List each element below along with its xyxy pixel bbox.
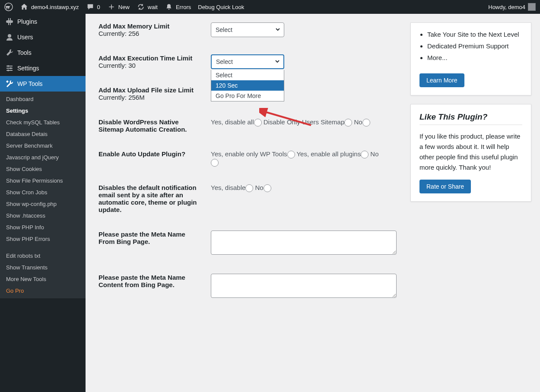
row-notify: Disables the default notification email … bbox=[98, 184, 402, 213]
sidebar-submenu: Dashboard Settings Check mySQL Tables Da… bbox=[0, 92, 86, 298]
textarea-metacontent[interactable] bbox=[211, 274, 397, 298]
radio-label: Yes, enable all plugins bbox=[296, 150, 361, 158]
radio-au-all[interactable] bbox=[361, 151, 368, 158]
sidebar-label: WP Tools bbox=[17, 80, 43, 87]
wp-logo[interactable] bbox=[4, 3, 13, 11]
users-icon bbox=[5, 33, 14, 41]
label-metacontent: Please paste the Meta Name Content from … bbox=[98, 274, 211, 300]
row-sitemap: Disable WordPress Native Sitemap Automat… bbox=[98, 118, 402, 133]
comment-icon bbox=[86, 3, 95, 11]
like-title: Like This Plugin? bbox=[419, 112, 522, 125]
sidebar-settings[interactable]: Settings bbox=[0, 60, 86, 76]
sub-cron[interactable]: Show Cron Jobs bbox=[0, 187, 86, 198]
radio-notify-yes[interactable] bbox=[245, 184, 253, 192]
label-exec: Add Max Execution Time Limit Currently: … bbox=[98, 54, 211, 69]
sub-phperrors[interactable]: Show PHP Errors bbox=[0, 233, 86, 245]
refresh-icon bbox=[137, 3, 145, 11]
label-autoupdate: Enable Auto Update Plugin? bbox=[98, 150, 211, 167]
label-notify: Disables the default notification email … bbox=[98, 184, 211, 213]
select-exec[interactable]: Select bbox=[211, 54, 284, 69]
sub-cookies[interactable]: Show Cookies bbox=[0, 163, 86, 175]
radio-label: Yes, disable all bbox=[211, 118, 254, 126]
admin-bar: demo4.instawp.xyz 0 New wait Errors bbox=[0, 0, 540, 14]
row-exec: Add Max Execution Time Limit Currently: … bbox=[98, 54, 402, 69]
bell-icon bbox=[165, 3, 173, 11]
sidebar-wptools[interactable]: WP Tools bbox=[0, 76, 86, 92]
avatar-icon bbox=[528, 3, 536, 11]
row-autoupdate: Enable Auto Update Plugin? Yes, enable o… bbox=[98, 150, 402, 167]
radio-label: No bbox=[255, 184, 264, 191]
radio-au-no[interactable] bbox=[211, 159, 219, 167]
wait-label: wait bbox=[148, 4, 158, 10]
premium-item: Take Your Site to the Next Level bbox=[427, 31, 522, 38]
select-memory[interactable]: Select bbox=[211, 22, 284, 37]
premium-item: Dedicated Premium Support bbox=[427, 42, 522, 50]
debug-label: Debug Quick Look bbox=[198, 4, 244, 10]
svg-point-1 bbox=[8, 34, 11, 38]
label-sitemap: Disable WordPress Native Sitemap Automat… bbox=[98, 118, 211, 133]
home-icon bbox=[20, 3, 29, 11]
sub-robots[interactable]: Edit robots txt bbox=[0, 250, 86, 262]
sidebar-users[interactable]: Users bbox=[0, 29, 86, 45]
row-metacontent: Please paste the Meta Name Content from … bbox=[98, 274, 402, 300]
textarea-metaname[interactable] bbox=[211, 231, 397, 255]
settings-form: Add Max Memory Limit Currently: 256 Sele… bbox=[98, 22, 402, 317]
radio-notify-no[interactable] bbox=[264, 184, 271, 192]
wordpress-icon bbox=[4, 3, 13, 11]
row-metaname: Please paste the Meta Name From Bing Pag… bbox=[98, 231, 402, 256]
wait-link[interactable]: wait bbox=[137, 3, 158, 11]
sidebar-label: Users bbox=[17, 34, 33, 41]
aside-panel: Take Your Site to the Next Level Dedicat… bbox=[410, 22, 531, 210]
radio-label: No bbox=[370, 150, 378, 158]
sub-dashboard[interactable]: Dashboard bbox=[0, 93, 86, 105]
sub-perms[interactable]: Show File Permissions bbox=[0, 175, 86, 187]
errors-link[interactable]: Errors bbox=[165, 3, 191, 11]
new-link[interactable]: New bbox=[107, 3, 130, 11]
howdy-link[interactable]: Howdy, demo4 bbox=[488, 3, 536, 11]
sub-benchmark[interactable]: Server Benchmark bbox=[0, 140, 86, 152]
like-text: If you like this product, please write a… bbox=[419, 131, 522, 173]
svg-point-2 bbox=[7, 65, 9, 67]
sub-db[interactable]: Database Detais bbox=[0, 128, 86, 140]
comments-link[interactable]: 0 bbox=[86, 3, 100, 11]
radio-sitemap-all[interactable] bbox=[254, 119, 262, 126]
option-gopro[interactable]: Go Pro For More bbox=[211, 91, 284, 101]
option-120sec[interactable]: 120 Sec bbox=[211, 80, 284, 91]
sidebar-plugins[interactable]: Plugins bbox=[0, 14, 86, 29]
sidebar-tools[interactable]: Tools bbox=[0, 45, 86, 60]
card-like: Like This Plugin? If you like this produ… bbox=[410, 104, 531, 202]
sub-gopro[interactable]: Go Pro bbox=[0, 285, 86, 297]
sub-settings[interactable]: Settings bbox=[0, 105, 86, 117]
learn-more-button[interactable]: Learn More bbox=[419, 73, 464, 87]
sub-mysql[interactable]: Check mySQL Tables bbox=[0, 117, 86, 128]
sub-js[interactable]: Javascrip and jQuery bbox=[0, 152, 86, 163]
radio-label: No bbox=[354, 118, 362, 126]
site-link[interactable]: demo4.instawp.xyz bbox=[20, 3, 79, 11]
dropdown-exec: Select 120 Sec Go Pro For More bbox=[211, 70, 284, 101]
sidebar-label: Settings bbox=[17, 65, 39, 72]
admin-sidebar: Plugins Users Tools Settings WP Tools Da… bbox=[0, 14, 86, 334]
chevron-down-icon bbox=[275, 58, 280, 65]
card-premium: Take Your Site to the Next Level Dedicat… bbox=[410, 22, 531, 95]
comments-count: 0 bbox=[97, 4, 100, 10]
sub-more[interactable]: More New Tools bbox=[0, 273, 86, 285]
premium-item: More... bbox=[427, 54, 522, 61]
radio-label: Yes, disable bbox=[211, 184, 245, 191]
errors-label: Errors bbox=[176, 4, 191, 10]
radio-label: Disable Only Users Sitemap bbox=[264, 118, 345, 126]
radio-sitemap-users[interactable] bbox=[344, 119, 352, 126]
plus-icon bbox=[107, 3, 116, 11]
debug-link[interactable]: Debug Quick Look bbox=[198, 4, 244, 10]
sub-transients[interactable]: Show Transients bbox=[0, 262, 86, 273]
wrench-icon bbox=[5, 48, 14, 57]
label-memory: Add Max Memory Limit Currently: 256 bbox=[98, 22, 211, 37]
radio-sitemap-no[interactable] bbox=[362, 119, 370, 126]
radio-au-wp[interactable] bbox=[287, 151, 295, 158]
rate-share-button[interactable]: Rate or Share bbox=[419, 180, 471, 193]
sub-htaccess[interactable]: Show .htaccess bbox=[0, 210, 86, 221]
radio-label: Yes, enable only WP Tools bbox=[211, 150, 287, 158]
chevron-down-icon bbox=[275, 26, 280, 33]
sub-phpinfo[interactable]: Show PHP Info bbox=[0, 221, 86, 233]
option-select[interactable]: Select bbox=[211, 70, 284, 80]
sub-wpconfig[interactable]: Show wp-config.php bbox=[0, 198, 86, 210]
